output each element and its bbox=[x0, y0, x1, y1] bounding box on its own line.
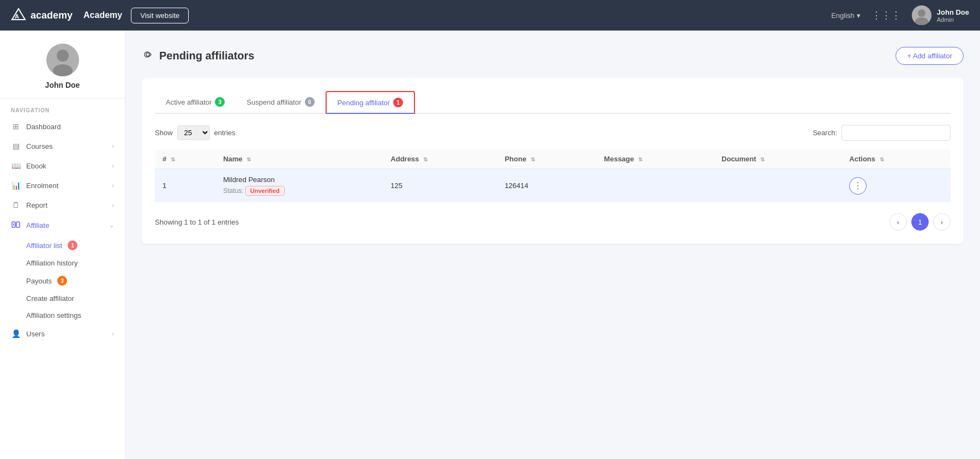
status-badge: Unverified bbox=[245, 186, 285, 196]
sidebar-item-ebook[interactable]: 📖 Ebook › bbox=[0, 156, 125, 176]
tab-active-label: Active affiliator bbox=[166, 98, 212, 106]
entries-select[interactable]: 25 50 100 bbox=[177, 125, 210, 140]
svg-point-11 bbox=[146, 53, 149, 56]
cell-document bbox=[714, 169, 841, 203]
pagination-info: Showing 1 to 1 of 1 entries bbox=[155, 218, 239, 226]
sidebar-item-label: Report bbox=[26, 201, 47, 209]
next-page-button[interactable]: › bbox=[933, 213, 951, 231]
create-affiliator-label: Create affiliator bbox=[26, 294, 74, 303]
tabs: Active affiliator 3 Suspend affiliator 0… bbox=[155, 91, 951, 114]
logo[interactable]: A academy bbox=[11, 8, 73, 23]
page-title-text: Pending affiliators bbox=[159, 50, 254, 62]
cell-address: 125 bbox=[383, 169, 497, 203]
sidebar-avatar bbox=[46, 44, 79, 76]
table-row: 1 Mildred Pearson Status: Unverified 125… bbox=[155, 169, 951, 203]
language-label: English bbox=[831, 11, 855, 20]
language-selector[interactable]: English ▾ bbox=[831, 11, 861, 20]
tab-pending-affiliator[interactable]: Pending affiliator 1 bbox=[326, 91, 416, 114]
affiliate-icon bbox=[11, 220, 21, 231]
row-status-line: Status: Unverified bbox=[223, 186, 375, 196]
app-name: Academy bbox=[83, 10, 122, 20]
table-controls: Show 25 50 100 entries Search: bbox=[155, 125, 951, 141]
sort-icon: ⇅ bbox=[638, 156, 642, 162]
prev-page-button[interactable]: ‹ bbox=[889, 213, 907, 231]
enrolment-icon: 📊 bbox=[11, 181, 21, 190]
sidebar-item-create-affiliator[interactable]: Create affiliator bbox=[26, 290, 125, 307]
sort-icon: ⇅ bbox=[171, 156, 175, 162]
sidebar-item-payouts[interactable]: Payouts 3 bbox=[26, 271, 125, 290]
svg-point-3 bbox=[918, 9, 925, 17]
page-header: Pending affiliators + Add affiliator bbox=[142, 47, 964, 65]
row-name: Mildred Pearson bbox=[223, 176, 375, 184]
col-message: Message ⇅ bbox=[597, 149, 714, 169]
page-title-icon bbox=[142, 49, 154, 63]
svg-rect-9 bbox=[16, 222, 20, 227]
svg-text:A: A bbox=[15, 13, 19, 20]
chevron-down-icon: ⌄ bbox=[109, 222, 114, 229]
grid-icon[interactable]: ⋮⋮⋮ bbox=[871, 9, 901, 21]
user-info: John Doe Admin bbox=[937, 8, 969, 23]
pagination: Showing 1 to 1 of 1 entries ‹ 1 › bbox=[155, 213, 951, 231]
add-affiliator-button[interactable]: + Add affiliator bbox=[895, 47, 964, 65]
sidebar-profile: John Doe bbox=[0, 31, 125, 99]
sidebar-item-enrolment[interactable]: 📊 Enrolment › bbox=[0, 176, 125, 195]
sidebar: John Doe NAVIGATION ⊞ Dashboard ▤ Course… bbox=[0, 31, 125, 459]
avatar bbox=[912, 5, 931, 25]
user-name: John Doe bbox=[937, 8, 969, 16]
sidebar-item-users[interactable]: 👤 Users › bbox=[0, 324, 125, 343]
courses-icon: ▤ bbox=[11, 142, 21, 150]
show-entries: Show 25 50 100 entries bbox=[155, 125, 236, 140]
sidebar-item-affiliator-list[interactable]: Affiliator list 1 bbox=[26, 236, 125, 255]
cell-num: 1 bbox=[155, 169, 215, 203]
visit-website-button[interactable]: Visit website bbox=[131, 8, 189, 23]
tab-suspend-badge: 0 bbox=[305, 97, 315, 107]
sort-icon: ⇅ bbox=[423, 156, 428, 162]
sidebar-item-courses[interactable]: ▤ Courses › bbox=[0, 136, 125, 156]
search-box: Search: bbox=[813, 125, 951, 141]
search-input[interactable] bbox=[841, 125, 951, 141]
tab-suspend-affiliator[interactable]: Suspend affiliator 0 bbox=[236, 91, 325, 114]
user-menu[interactable]: John Doe Admin bbox=[912, 5, 969, 25]
sidebar-item-label: Users bbox=[26, 330, 45, 338]
dashboard-icon: ⊞ bbox=[11, 122, 21, 131]
topnav-right: English ▾ ⋮⋮⋮ John Doe Admin bbox=[831, 5, 969, 25]
sidebar-item-label: Affiliate bbox=[26, 221, 49, 230]
sort-icon: ⇅ bbox=[531, 156, 535, 162]
affiliation-settings-label: Affiliation settings bbox=[26, 311, 81, 319]
chevron-right-icon: › bbox=[112, 143, 114, 149]
affiliators-table: # ⇅ Name ⇅ Address ⇅ Phone ⇅ Message ⇅ bbox=[155, 149, 951, 202]
page-1-button[interactable]: 1 bbox=[911, 213, 929, 231]
search-label: Search: bbox=[813, 129, 837, 137]
pagination-controls: ‹ 1 › bbox=[889, 213, 951, 231]
users-icon: 👤 bbox=[11, 329, 21, 338]
sidebar-user-name: John Doe bbox=[45, 81, 80, 89]
sort-icon: ⇅ bbox=[760, 156, 765, 162]
payouts-label: Payouts bbox=[26, 277, 52, 285]
sidebar-item-label: Ebook bbox=[26, 162, 46, 170]
col-name: Name ⇅ bbox=[215, 149, 383, 169]
sort-icon: ⇅ bbox=[246, 156, 251, 162]
sidebar-item-dashboard[interactable]: ⊞ Dashboard bbox=[0, 117, 125, 136]
chevron-right-icon: › bbox=[112, 182, 114, 189]
sidebar-item-affiliation-history[interactable]: Affiliation history bbox=[26, 255, 125, 271]
affiliators-card: Active affiliator 3 Suspend affiliator 0… bbox=[142, 78, 964, 244]
col-num: # ⇅ bbox=[155, 149, 215, 169]
tab-active-affiliator[interactable]: Active affiliator 3 bbox=[155, 91, 236, 114]
payouts-badge: 3 bbox=[57, 276, 67, 286]
top-navigation: A academy Academy Visit website English … bbox=[0, 0, 980, 31]
table-body: 1 Mildred Pearson Status: Unverified 125… bbox=[155, 169, 951, 203]
sidebar-item-report[interactable]: 🗒 Report › bbox=[0, 195, 125, 215]
sidebar-item-affiliation-settings[interactable]: Affiliation settings bbox=[26, 307, 125, 324]
ebook-icon: 📖 bbox=[11, 161, 21, 170]
row-action-button[interactable]: ⋮ bbox=[849, 177, 867, 195]
sidebar-item-affiliate[interactable]: Affiliate ⌄ bbox=[0, 215, 125, 236]
user-role: Admin bbox=[937, 16, 969, 23]
sidebar-item-label: Courses bbox=[26, 142, 52, 150]
affiliator-list-badge: 1 bbox=[68, 240, 77, 250]
tab-pending-badge: 1 bbox=[393, 98, 403, 107]
cell-message bbox=[597, 169, 714, 203]
entries-label: entries bbox=[214, 129, 236, 137]
affiliator-list-label: Affiliator list bbox=[26, 241, 62, 250]
logo-text: academy bbox=[31, 10, 73, 21]
cell-phone: 126414 bbox=[497, 169, 596, 203]
